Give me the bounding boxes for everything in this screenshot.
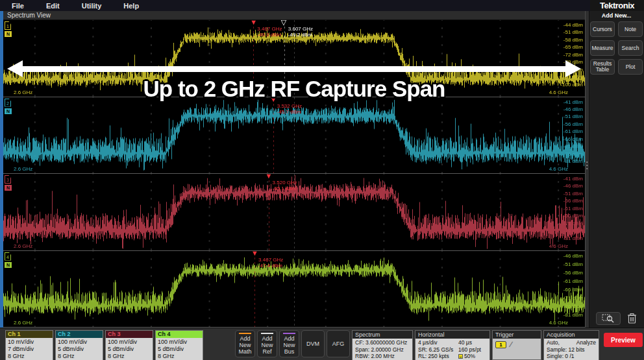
ch4-scale: 100 mV/div (158, 339, 201, 346)
dbm-axis-label: -66 dBm (564, 287, 583, 293)
plot-button[interactable]: Plot (618, 59, 643, 75)
zoom-mode-button[interactable] (596, 312, 621, 325)
dbm-axis-label: -79 dBm (560, 60, 583, 65)
trigger-source-badge: 1 (495, 341, 506, 348)
start-frequency-label: 2.6 GHz (14, 90, 32, 95)
ch4-badge-title: Ch 4 (156, 331, 203, 338)
dbm-axis-label: -71 dBm (564, 221, 583, 226)
menu-help[interactable]: Help (123, 2, 139, 10)
normal-trace-badge: N (5, 108, 12, 114)
position-value: 50% (464, 353, 475, 360)
dbm-axis-label: -56 dBm (564, 270, 583, 276)
ch4-bandwidth: 8 GHz (158, 353, 201, 360)
ch2-badge[interactable]: Ch 2 100 mV/div 5 dBm/div 8 GHz (55, 330, 103, 360)
ch3-badge[interactable]: Ch 3 100 mV/div 5 dBm/div 8 GHz (105, 330, 153, 360)
scrollbar-grip-icon[interactable]: ••• (586, 160, 588, 170)
marker-readout: 3.520 GHz-45.1 dBm (273, 180, 297, 191)
add-new-label: Add New... (602, 12, 632, 19)
menu-file[interactable]: File (12, 2, 24, 10)
marker-triangle-icon: ▼ (251, 251, 258, 257)
ch1-badge[interactable]: Ch 1 10 mV/div 7 dBm/div 8 GHz (5, 330, 53, 360)
spectrum-band-ch4[interactable]: 4 N 2.6 GHz 4.6 GHz -46 dBm-51 dBm-56 dB… (3, 251, 585, 328)
dbm-axis-label: -51 dBm (564, 262, 583, 267)
spectrum-view-tab[interactable]: Spectrum View (3, 11, 585, 20)
acquisition-panel-title: Acquisition (544, 331, 599, 339)
add-new-ref-button[interactable]: Add New Ref (257, 330, 277, 357)
magnifier-icon (602, 314, 615, 323)
ch3-bandwidth: 8 GHz (108, 353, 151, 360)
dbm-axis-label: -65 dBm (560, 45, 583, 50)
marker-readout: 3.607 GHz-49.2 dBm (288, 26, 313, 38)
spectrum-band-ch1[interactable]: 1 N 2.6 GHz 4.6 GHz -44 dBm-51 dBm-58 dB… (3, 20, 585, 97)
add-new-math-label: Add New Math (237, 335, 253, 355)
preview-button[interactable]: Preview (604, 333, 643, 347)
marker-readout: 3.532 GHz-45.7 dBm (277, 103, 302, 115)
settings-bar: Ch 1 10 mV/div 7 dBm/div 8 GHz Ch 2 100 … (0, 328, 644, 360)
dbm-axis-label: -58 dBm (560, 38, 583, 43)
spectrum-settings-panel[interactable]: Spectrum CF: 3.60000000 GHz Span: 2.0000… (352, 330, 413, 360)
ch1-bandwidth: 8 GHz (8, 353, 51, 360)
dbm-axis-label: -61 dBm (564, 129, 583, 134)
search-button[interactable]: Search (618, 40, 643, 56)
marker-triangle-icon: ▽ (281, 20, 286, 26)
dbm-axis-label: -72 dBm (560, 53, 583, 58)
start-frequency-label: 2.6 GHz (14, 166, 32, 172)
dbm-axis-label: -71 dBm (564, 144, 583, 149)
acquisition-mode: Auto, (547, 339, 560, 346)
stop-frequency-label: 4.6 GHz (549, 243, 568, 249)
dbm-axis-label: -51 dBm (564, 114, 583, 119)
right-sidebar: Add New... Cursors Note Measure Search R… (589, 11, 643, 328)
sample-rate-value: SR: 6.25 GS/s (418, 346, 458, 354)
menu-bar: File Edit Utility Help (0, 0, 590, 11)
trash-icon[interactable] (627, 313, 637, 324)
tektronix-logo: Tektronix (600, 1, 634, 10)
marker-triangle-icon: ▼ (266, 174, 273, 180)
dbm-axis-label: -51 dBm (560, 30, 583, 35)
center-frequency-line (294, 251, 295, 328)
ref-accent (261, 333, 273, 334)
dbm-axis-label: -46 dBm (564, 107, 583, 112)
amplitude-axis: -41 dBm-46 dBm-51 dBm-56 dBm-61 dBm-66 d… (564, 176, 583, 241)
measure-button[interactable]: Measure (590, 40, 615, 56)
add-new-math-button[interactable]: Add New Math (235, 330, 255, 357)
add-new-button-grid: Cursors Note Measure Search Results Tabl… (590, 21, 643, 75)
dbm-axis-label: -76 dBm (564, 152, 583, 157)
acquisition-settings-panel[interactable]: Acquisition Auto, Analyze Sample: 12 bit… (543, 330, 599, 360)
dbm-axis-label: -81 dBm (564, 159, 583, 164)
dvm-button[interactable]: DVM (301, 330, 325, 357)
trigger-settings-panel[interactable]: Trigger 1 ∕ (492, 330, 541, 360)
ch4-badge[interactable]: Ch 4 100 mV/div 5 dBm/div 8 GHz (155, 330, 203, 360)
cursors-button[interactable]: Cursors (590, 21, 615, 37)
ch1-badge-title: Ch 1 (6, 331, 53, 338)
rbw-value: RBW: 2.00 MHz (355, 353, 410, 360)
plot-scrollbar[interactable]: ••• (586, 11, 589, 328)
results-table-button[interactable]: Results Table (590, 59, 615, 75)
afg-button[interactable]: AFG (327, 330, 350, 357)
spectrum-view-plot: Spectrum View 1 N 2.6 GHz 4.6 GHz -44 dB… (3, 11, 586, 328)
note-button[interactable]: Note (618, 21, 643, 37)
acquisition-action: Analyze (576, 339, 596, 346)
stop-frequency-label: 4.6 GHz (549, 320, 568, 326)
single-count: Single: 0 /1 (547, 353, 596, 360)
horizontal-settings-panel[interactable]: Horizontal 4 µs/div 40 µs SR: 6.25 GS/s … (415, 330, 490, 360)
marker-readout: 3.467 GHz-47.4 dBm (258, 257, 283, 269)
sample-bits: Sample: 12 bits (547, 346, 596, 354)
add-new-bus-button[interactable]: Add New Bus (279, 330, 299, 357)
dbm-axis-label: -61 dBm (564, 279, 583, 284)
dbm-axis-label: -51 dBm (564, 191, 583, 197)
menu-utility[interactable]: Utility (82, 2, 102, 10)
trigger-panel-title: Trigger (493, 331, 541, 339)
ch3-badge-title: Ch 3 (106, 331, 153, 338)
ch2-badge-title: Ch 2 (56, 331, 103, 338)
spectrum-band-ch3[interactable]: 3 N 2.6 GHz 4.6 GHz -41 dBm-46 dBm-51 dB… (3, 174, 585, 251)
ch4-db-scale: 5 dBm/div (158, 346, 201, 353)
normal-trace-badge: N (5, 31, 12, 37)
menu-edit[interactable]: Edit (46, 2, 60, 10)
logo-area: Tektronix (590, 0, 644, 11)
dbm-axis-label: -76 dBm (564, 228, 583, 234)
spectrum-band-ch2[interactable]: 2 N 2.6 GHz 4.6 GHz -41 dBm-46 dBm-51 dB… (3, 97, 585, 174)
record-length-value: RL: 250 kpts (418, 353, 458, 360)
dbm-axis-label: -44 dBm (560, 23, 583, 28)
ch1-db-scale: 7 dBm/div (8, 346, 51, 353)
window-value: 40 µs (458, 339, 487, 346)
